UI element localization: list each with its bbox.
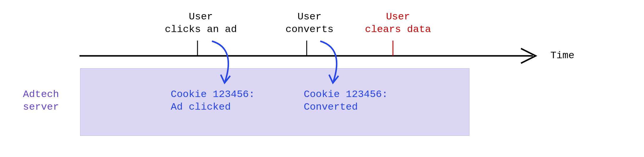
- timeline-arrowhead: [521, 49, 536, 63]
- event-label-convert: User converts: [286, 11, 333, 36]
- server-label: Adtech server: [23, 88, 59, 113]
- event-label-clear: User clears data: [365, 11, 431, 36]
- event-label-click: User clicks an ad: [165, 11, 237, 36]
- diagram-container: User clicks an ad User converts User cle…: [0, 0, 644, 157]
- cookie-entry-click: Cookie 123456: Ad clicked: [171, 88, 255, 113]
- adtech-server-box: [80, 68, 469, 136]
- axis-label-time: Time: [550, 50, 575, 61]
- cookie-entry-convert: Cookie 123456: Converted: [304, 88, 388, 113]
